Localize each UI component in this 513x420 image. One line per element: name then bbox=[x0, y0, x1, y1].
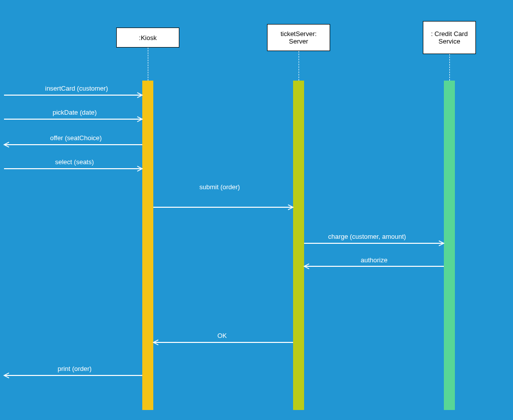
message-label-1: pickDate (date) bbox=[53, 109, 97, 116]
message-label-7: OK bbox=[217, 332, 227, 339]
message-arrow-2 bbox=[4, 144, 142, 145]
message-arrow-4 bbox=[153, 207, 293, 208]
lifeline-server-dash bbox=[299, 51, 299, 81]
message-arrow-5 bbox=[304, 243, 444, 244]
message-label-4: submit (order) bbox=[199, 183, 240, 191]
participant-kiosk: :Kiosk bbox=[116, 28, 179, 48]
participant-kiosk-label: :Kiosk bbox=[139, 34, 156, 42]
message-arrow-8 bbox=[4, 375, 142, 376]
message-label-8: print (order) bbox=[58, 365, 92, 372]
participant-credit-label: : Credit Card Service bbox=[426, 30, 472, 45]
lifeline-kiosk-dash bbox=[148, 48, 148, 81]
message-label-0: insertCard (customer) bbox=[45, 85, 108, 92]
message-arrow-6 bbox=[304, 266, 444, 267]
message-arrow-3 bbox=[4, 168, 142, 169]
participant-credit: : Credit Card Service bbox=[423, 21, 476, 54]
message-label-5: charge (customer, amount) bbox=[328, 233, 406, 240]
message-label-3: select (seats) bbox=[55, 158, 94, 166]
message-label-2: offer (seatChoice) bbox=[50, 134, 102, 142]
message-label-6: authorize bbox=[361, 256, 387, 264]
message-arrow-7 bbox=[153, 342, 293, 343]
lifeline-credit-dash bbox=[449, 54, 450, 81]
message-arrow-0 bbox=[4, 95, 142, 96]
activation-credit bbox=[444, 81, 455, 410]
activation-server bbox=[293, 81, 304, 410]
participant-server: ticketServer: Server bbox=[267, 24, 330, 51]
participant-server-label: ticketServer: Server bbox=[271, 30, 327, 45]
message-arrow-1 bbox=[4, 119, 142, 120]
activation-kiosk bbox=[142, 81, 153, 410]
